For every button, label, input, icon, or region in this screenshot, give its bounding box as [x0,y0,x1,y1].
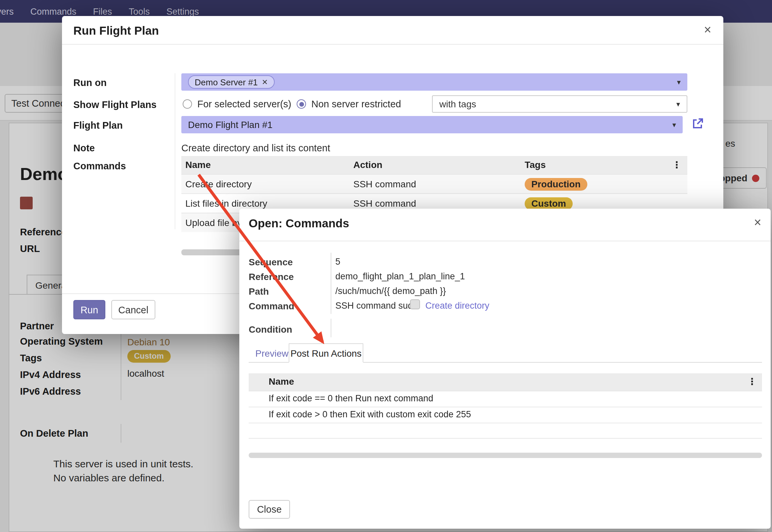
show-flight-plans-label: Show Flight Plans [73,98,157,111]
path-label: Path [249,285,269,298]
tab-preview[interactable]: Preview [255,348,289,359]
cell-action-name: If exit code == 0 then Run next command [269,393,433,403]
commands-label: Commands [73,159,126,173]
label-column-divider [331,253,331,314]
cell-action: SSH command [353,198,416,209]
tab-post-run-actions[interactable]: Post Run Actions [289,343,363,363]
header-divider [62,44,723,45]
cancel-button[interactable]: Cancel [111,300,155,319]
horizontal-scrollbar[interactable] [249,453,762,458]
cell-action-name: If exit code > 0 then Exit with custom e… [269,409,471,419]
run-button[interactable]: Run [73,300,105,319]
radio-selected-servers[interactable] [183,99,192,109]
server-chip: Demo Server #1 ✕ [188,75,275,89]
open-commands-modal: Open: Commands × Sequence Reference Path… [239,209,771,529]
chevron-down-icon: ▾ [672,120,676,129]
column-header-name[interactable]: Name [269,376,294,387]
cell-name: List files in directory [185,198,267,209]
server-chip-label: Demo Server #1 [195,77,258,87]
path-value: /such/much/{{ demo_path }} [335,285,446,297]
kebab-menu-icon[interactable]: ⋮ [672,159,681,170]
label-column-divider [175,73,175,229]
run-button-label: Run [80,304,98,315]
create-directory-link[interactable]: Create directory [425,299,489,312]
chevron-down-icon: ▾ [677,78,681,86]
command-value: SSH command sudo [335,299,418,312]
close-icon[interactable]: × [754,216,761,229]
close-button-label: Close [257,504,282,515]
note-label: Note [73,141,95,155]
chip-remove-icon[interactable]: ✕ [262,78,268,86]
command-label: Command [249,299,294,313]
flight-plan-label: Flight Plan [73,119,123,132]
radio-non-server-restricted[interactable] [297,99,306,109]
external-link-icon[interactable] [691,117,704,130]
modal-title: Open: Commands [249,217,349,231]
actions-table-header: Name ⋮ [249,373,762,391]
radio-non-server-restricted-label[interactable]: Non server restricted [311,97,401,111]
sequence-value: 5 [335,255,340,268]
cell-name: Create directory [185,179,252,189]
commands-table-header: Name Action Tags ⋮ [181,156,687,174]
table-row[interactable]: If exit code == 0 then Run next command [249,391,762,407]
flight-plan-value: Demo Flight Plan #1 [188,119,273,130]
column-header-tags[interactable]: Tags [525,159,546,170]
sequence-label: Sequence [249,255,293,269]
table-row[interactable]: Create directory SSH command Production [181,174,687,193]
cell-action: SSH command [353,179,416,189]
cancel-button-label: Cancel [118,304,148,315]
cell-name: Upload file by [185,217,242,228]
close-icon[interactable]: × [704,23,711,36]
kebab-menu-icon[interactable]: ⋮ [747,376,757,387]
reference-label: Reference [249,270,294,283]
radio-selected-servers-label[interactable]: For selected server(s) [197,97,291,111]
with-tags-value: with tags [439,99,476,109]
table-row-empty [249,423,762,439]
flight-plan-select[interactable]: Demo Flight Plan #1 ▾ [181,116,683,133]
column-header-name[interactable]: Name [185,159,211,170]
header-divider [239,241,771,241]
run-on-label: Run on [73,76,107,89]
label-column-divider [331,319,331,337]
modal-title: Run Flight Plan [73,24,159,38]
chevron-down-icon: ▾ [676,100,680,108]
run-on-multiselect[interactable]: Demo Server #1 ✕ ▾ [181,73,687,91]
command-checkbox[interactable] [410,299,420,309]
close-button[interactable]: Close [249,500,290,519]
reference-value: demo_flight_plan_1_plan_line_1 [335,270,465,283]
tag-badge-production: Production [525,178,587,191]
with-tags-dropdown[interactable]: with tags ▾ [432,95,687,113]
table-row[interactable]: If exit code > 0 then Exit with custom e… [249,407,762,423]
tab-post-run-actions-label: Post Run Actions [290,348,361,358]
tag-badge-custom: Custom [525,197,573,210]
column-header-action[interactable]: Action [353,159,382,170]
condition-label: Condition [249,323,292,336]
note-value: Create directory and list its content [181,141,330,155]
app-root: Servers Commands Files Tools Settings Te… [0,0,772,532]
